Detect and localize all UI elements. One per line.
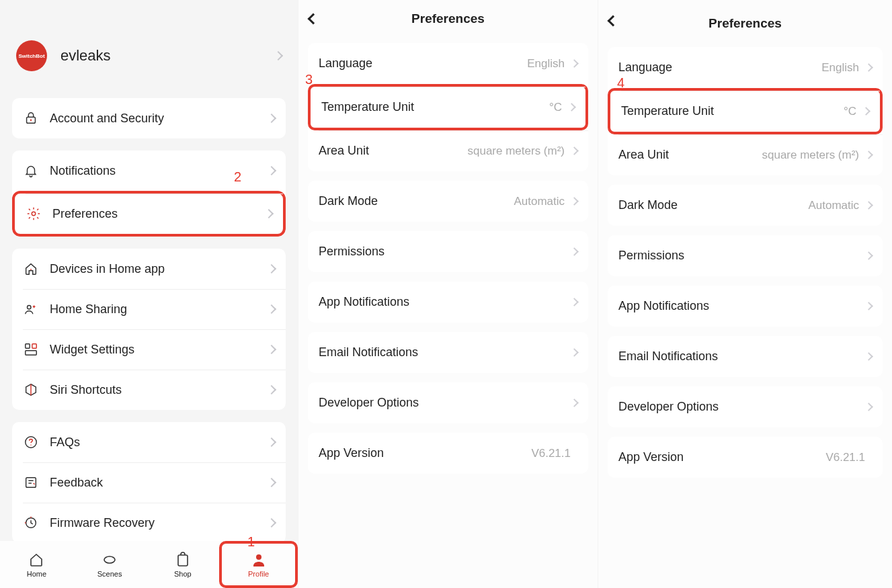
pref-label: Permissions [319,245,571,259]
siri-icon [23,382,39,398]
back-icon[interactable] [308,13,319,25]
svg-rect-10 [26,478,36,488]
pref-row-dark-mode[interactable]: Dark Mode Automatic [608,185,883,226]
row-firmware-recovery[interactable]: Firmware Recovery [12,503,286,541]
pref-row-temperature-unit[interactable]: Temperature Unit °C [608,88,883,134]
pref-group-units: Language English Temperature Unit °C Are… [608,47,883,175]
brand-logo: SwitchBot [16,40,47,71]
profile-group-settings: Notifications Preferences [12,151,286,237]
pref-label: Developer Options [319,396,571,410]
pref-row-language[interactable]: Language English [308,43,588,84]
chevron-right-icon [570,398,579,407]
chevron-right-icon [570,348,579,357]
pref-row-app-notifications[interactable]: App Notifications [608,286,883,327]
tab-label: Shop [174,570,192,578]
pref-value: °C [549,101,562,114]
chevron-right-icon [864,352,873,361]
pref-label: Area Unit [618,148,762,162]
pref-row-permissions[interactable]: Permissions [308,231,588,272]
row-label: Home Sharing [50,302,268,317]
pref-row-app-version[interactable]: App Version V6.21.1 [308,433,588,474]
svg-point-1 [30,120,32,121]
row-label: Feedback [50,476,268,490]
svg-point-9 [30,444,31,445]
chevron-right-icon [267,385,276,394]
tab-profile[interactable]: Profile [219,541,298,588]
pref-label: Area Unit [319,144,467,158]
profile-group-home: Devices in Home app Home Sharing Widget … [12,249,286,410]
scenes-icon [102,552,118,568]
row-feedback[interactable]: Feedback [12,462,286,503]
preferences-header: Preferences [598,0,892,42]
annotation-3: 3 [305,72,313,87]
row-home-sharing[interactable]: Home Sharing [12,289,286,329]
row-label: Account and Security [50,112,268,126]
bell-icon [23,163,39,179]
row-label: Firmware Recovery [50,516,268,530]
row-label: Siri Shortcuts [50,383,268,397]
pref-row-email-notifications[interactable]: Email Notifications [608,336,883,377]
pref-group-units: Language English Temperature Unit °C Are… [308,43,588,171]
row-siri-shortcuts[interactable]: Siri Shortcuts [12,370,286,410]
back-icon[interactable] [608,15,619,27]
gear-icon [26,206,42,222]
page-title: Preferences [708,16,782,31]
pref-row-area-unit[interactable]: Area Unit square meters (m²) [608,134,883,175]
pref-label: App Version [319,446,531,460]
pref-row-developer-options[interactable]: Developer Options [308,382,588,423]
preferences-list: Language English Temperature Unit °C Are… [298,38,598,489]
row-notifications[interactable]: Notifications [12,151,286,191]
pref-row-permissions[interactable]: Permissions [608,235,883,276]
svg-point-12 [104,556,115,563]
svg-point-3 [30,269,32,270]
profile-scroll: SwitchBot evleaks Account and Security N… [0,0,298,541]
preferences-header: Preferences [298,0,598,38]
pref-row-developer-options[interactable]: Developer Options [608,386,883,427]
pref-group-darkmode: Dark Mode Automatic [608,185,883,226]
pref-label: App Version [618,450,825,464]
chevron-right-icon [864,201,873,210]
row-widget-settings[interactable]: Widget Settings [12,329,286,370]
profile-header-row[interactable]: SwitchBot evleaks [12,0,286,98]
chevron-right-icon [864,403,873,411]
pref-row-app-version[interactable]: App Version V6.21.1 [608,437,883,478]
people-plus-icon [23,301,39,317]
chevron-right-icon [264,209,274,218]
pref-group-permissions: Permissions [308,231,588,272]
preferences-list: Language English Temperature Unit °C Are… [598,42,892,493]
tab-scenes[interactable]: Scenes [73,541,147,588]
pref-row-email-notifications[interactable]: Email Notifications [308,332,588,373]
row-devices-home-app[interactable]: Devices in Home app [12,249,286,289]
pref-row-area-unit[interactable]: Area Unit square meters (m²) [308,130,588,171]
feedback-icon [23,474,39,491]
pref-label: Language [618,60,821,75]
row-faqs[interactable]: FAQs [12,422,286,462]
svg-point-14 [256,554,261,560]
chevron-right-icon [267,166,276,175]
row-label: Preferences [52,207,266,221]
pref-row-app-notifications[interactable]: App Notifications [308,282,588,323]
svg-point-2 [32,212,36,216]
pref-row-temperature-unit[interactable]: Temperature Unit °C [308,84,588,130]
chevron-right-icon [570,298,579,306]
row-preferences[interactable]: Preferences [12,191,286,237]
chevron-right-icon [864,151,873,159]
row-account-security[interactable]: Account and Security [12,98,286,138]
pref-value: English [527,57,565,71]
pref-label: Language [319,56,527,71]
pref-label: Dark Mode [618,198,808,212]
svg-rect-5 [26,344,30,348]
svg-rect-7 [26,351,37,355]
svg-rect-13 [178,555,188,566]
chevron-right-icon [267,264,276,274]
tab-shop[interactable]: Shop [147,541,220,588]
tab-home[interactable]: Home [0,541,73,588]
chevron-right-icon [570,146,579,155]
pref-row-dark-mode[interactable]: Dark Mode Automatic [308,181,588,222]
annotation-4: 4 [617,75,624,91]
pref-value: English [821,61,859,75]
brand-text: SwitchBot [18,53,44,59]
chevron-right-icon [267,304,276,314]
pref-group-permissions: Permissions [608,235,883,276]
pref-row-language[interactable]: Language English [608,47,883,88]
